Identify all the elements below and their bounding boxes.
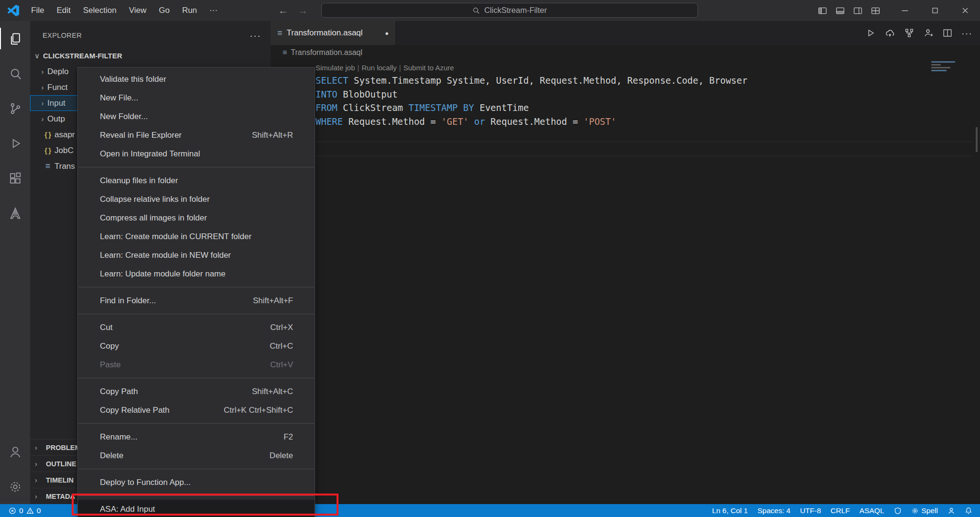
- menu-item-learn-create-module-in-current-folder[interactable]: Learn: Create module in CURRENT folder: [78, 227, 315, 246]
- menu-item-validate-this-folder[interactable]: Validate this folder: [78, 70, 315, 88]
- search-box[interactable]: ClickStream-Filter: [321, 3, 698, 18]
- menu-item-copy-path[interactable]: Copy PathShift+Alt+C: [78, 382, 315, 401]
- modified-dot-icon[interactable]: ●: [385, 30, 389, 37]
- tree-item-label: Trans: [54, 162, 75, 171]
- run-icon[interactable]: [865, 28, 876, 38]
- menu-edit[interactable]: Edit: [50, 0, 76, 21]
- menu-separator: [78, 378, 314, 378]
- minimize-icon[interactable]: [890, 0, 920, 21]
- forward-arrow-icon[interactable]: →: [298, 5, 308, 16]
- window-controls: [890, 0, 980, 21]
- tab-transformation-asaql[interactable]: ≡ Transformation.asaql ●: [271, 21, 396, 45]
- menu-item-delete[interactable]: DeleteDelete: [78, 446, 315, 465]
- code-line-3: FROM ClickStream TIMESTAMP BY EventTime: [316, 101, 980, 115]
- back-arrow-icon[interactable]: ←: [278, 5, 288, 16]
- code-area[interactable]: SELECT System.Timestamp Systime, UserId,…: [271, 74, 980, 128]
- chevron-right-icon: ›: [35, 476, 42, 484]
- activity-bar-accounts[interactable]: [0, 434, 30, 469]
- azure-icon: [8, 206, 22, 220]
- eol-button[interactable]: CRLF: [826, 504, 854, 517]
- menu-item-copy-relative-path[interactable]: Copy Relative PathCtrl+K Ctrl+Shift+C: [78, 401, 315, 419]
- menu-item-cleanup-files-in-folder[interactable]: Cleanup files in folder: [78, 171, 315, 190]
- code-token: BlobOutput: [338, 89, 398, 99]
- menu-run[interactable]: Run: [176, 0, 203, 21]
- activity-bar-extensions[interactable]: [0, 161, 30, 196]
- menu-item-learn-create-module-in-new-folder[interactable]: Learn: Create module in NEW folder: [78, 246, 315, 264]
- codelens-submit-to-azure[interactable]: Submit to Azure: [403, 64, 454, 72]
- encoding-button[interactable]: UTF-8: [795, 504, 826, 517]
- menu-more[interactable]: ···: [203, 0, 224, 21]
- language-mode-button[interactable]: ASAQL: [855, 504, 889, 517]
- toggle-panel-icon[interactable]: [835, 6, 845, 16]
- breadcrumb-file[interactable]: Transformation.asaql: [291, 48, 362, 57]
- feedback-icon[interactable]: [923, 28, 934, 38]
- person-icon: [947, 507, 955, 515]
- spell-checker-button[interactable]: Spell: [906, 504, 943, 517]
- cursor-position-button[interactable]: Ln 6, Col 1: [708, 504, 753, 517]
- code-line-2: INTO BlobOutput: [316, 88, 980, 101]
- cloud-upload-icon[interactable]: [884, 28, 895, 39]
- activity-bar-azure[interactable]: [0, 196, 30, 231]
- chevron-icon: ›: [38, 99, 47, 107]
- toggle-secondary-sidebar-icon[interactable]: [853, 6, 863, 16]
- activity-bar-search[interactable]: [0, 56, 30, 91]
- feedback-button[interactable]: [943, 504, 960, 517]
- menu-item-new-folder[interactable]: New Folder...: [78, 107, 315, 126]
- menu-selection[interactable]: Selection: [77, 0, 123, 21]
- minimap-line: [931, 64, 941, 66]
- menu-item-asa-add-input[interactable]: ASA: Add Input: [78, 500, 315, 517]
- menu-item-compress-all-images-in-folder[interactable]: Compress all images in folder: [78, 209, 315, 227]
- menu-item-reveal-in-file-explorer[interactable]: Reveal in File ExplorerShift+Alt+R: [78, 126, 315, 144]
- menu-item-copy[interactable]: CopyCtrl+C: [78, 337, 315, 355]
- maximize-icon[interactable]: [920, 0, 950, 21]
- activity-bar-source-control[interactable]: [0, 91, 30, 126]
- minimap-line: [931, 61, 955, 63]
- menu-bar: FileEditSelectionViewGoRun···: [25, 0, 224, 21]
- code-token: ClickStream: [338, 102, 409, 113]
- workspace-name: CLICKSTREAM-FILTER: [43, 52, 122, 60]
- menu-separator: [78, 469, 314, 469]
- breadcrumb[interactable]: ≡ Transformation.asaql: [271, 45, 980, 60]
- code-token: System.Timestamp Systime, UserId, Reques…: [348, 75, 748, 86]
- menu-item-shortcut: Shift+Alt+C: [252, 387, 293, 396]
- codelens-run-locally[interactable]: Run locally: [361, 64, 396, 72]
- more-actions-icon[interactable]: ···: [961, 28, 972, 39]
- split-editor-icon[interactable]: [942, 28, 953, 38]
- activity-bar-explorer[interactable]: [0, 21, 30, 56]
- close-icon[interactable]: [950, 0, 980, 21]
- menu-item-learn-update-module-folder-name[interactable]: Learn: Update module folder name: [78, 264, 315, 283]
- menu-separator: [78, 423, 314, 424]
- menu-item-label: Reveal in File Explorer: [100, 131, 240, 140]
- menu-view[interactable]: View: [123, 0, 153, 21]
- menu-item-new-file[interactable]: New File...: [78, 88, 315, 107]
- job-diagram-icon[interactable]: [904, 28, 915, 38]
- indentation-button[interactable]: Spaces: 4: [752, 504, 795, 517]
- menu-item-open-in-integrated-terminal[interactable]: Open in Integrated Terminal: [78, 144, 315, 163]
- indentation: Spaces: 4: [757, 506, 790, 515]
- activity-bar-settings[interactable]: [0, 469, 30, 504]
- minimap[interactable]: [931, 61, 961, 73]
- trust-shield-button[interactable]: [889, 504, 906, 517]
- menu-item-deploy-to-function-app[interactable]: Deploy to Function App...: [78, 473, 315, 492]
- editor-scrollbar[interactable]: [976, 127, 978, 152]
- menu-item-rename[interactable]: Rename...F2: [78, 428, 315, 446]
- notifications-bell-button[interactable]: [960, 504, 977, 517]
- toggle-sidebar-icon[interactable]: [817, 6, 828, 16]
- customize-layout-icon[interactable]: [871, 6, 881, 16]
- menu-item-label: Rename...: [100, 432, 272, 442]
- menu-item-find-in-folder[interactable]: Find in Folder...Shift+Alt+F: [78, 291, 315, 310]
- explorer-more-actions-icon[interactable]: ···: [250, 30, 261, 41]
- menu-item-cut[interactable]: CutCtrl+X: [78, 318, 315, 337]
- warning-count: 0: [37, 506, 41, 515]
- codelens-separator: |: [355, 64, 362, 72]
- problems-button[interactable]: 0 0: [4, 504, 45, 517]
- sidebar-header: EXPLORER ···: [30, 27, 271, 44]
- menu-item-collapse-relative-links-in-folder[interactable]: Collapse relative links in folder: [78, 190, 315, 209]
- tree-item-label: JobC: [54, 146, 74, 155]
- activity-bar-run-and-debug[interactable]: [0, 126, 30, 161]
- codelens-simulate-job[interactable]: Simulate job: [316, 64, 355, 72]
- menu-go[interactable]: Go: [152, 0, 176, 21]
- chevron-right-icon: ›: [35, 444, 42, 451]
- menu-file[interactable]: File: [25, 0, 50, 21]
- workspace-section-header[interactable]: ∨ CLICKSTREAM-FILTER: [30, 48, 271, 64]
